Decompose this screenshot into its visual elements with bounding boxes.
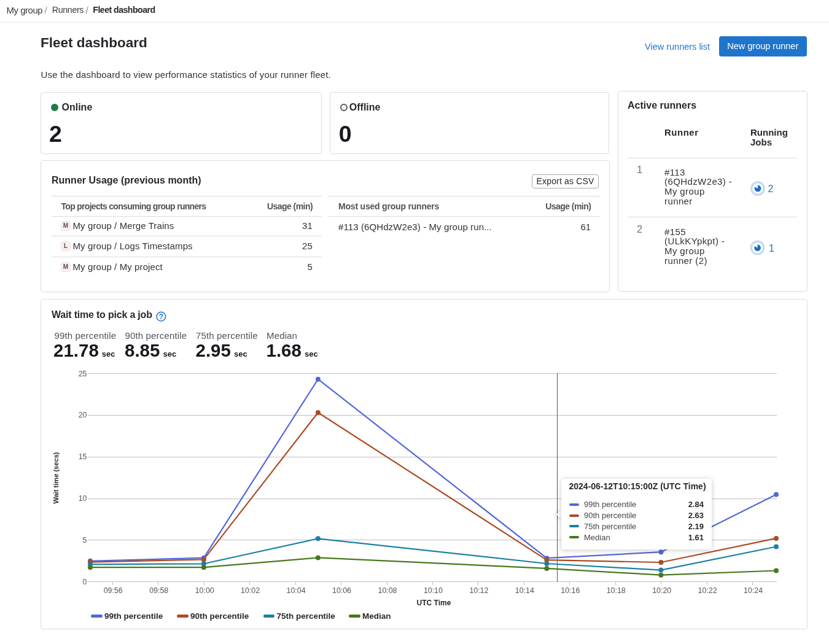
svg-text:?: ?	[159, 312, 163, 321]
